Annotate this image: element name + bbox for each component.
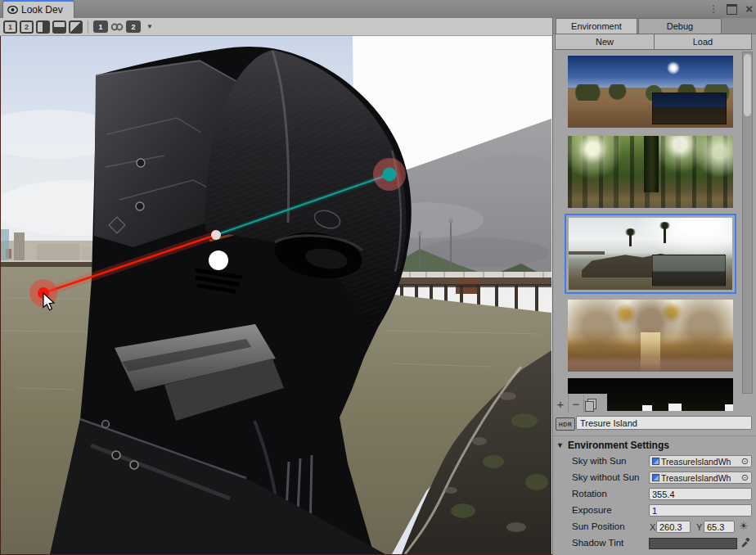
- side-by-side-view-icon[interactable]: [36, 20, 50, 34]
- y-axis-label: Y: [696, 522, 702, 532]
- exposure-input[interactable]: 1: [649, 504, 752, 517]
- duplicate-icon: [587, 399, 596, 409]
- camera-1-button[interactable]: 1: [93, 20, 108, 33]
- environment-library-toolbar: + −: [553, 394, 607, 413]
- thumbnail-scrollbar[interactable]: [742, 52, 753, 394]
- env-thumbnail-forest[interactable]: [568, 136, 733, 208]
- palm-tree: [629, 233, 632, 246]
- window-tab-lookdev[interactable]: Look Dev: [2, 0, 74, 18]
- render-scene: [1, 36, 551, 554]
- add-environment-button[interactable]: +: [553, 394, 568, 413]
- eye-icon: [7, 6, 18, 14]
- env-thumbnail-inset: [652, 255, 726, 287]
- remove-environment-button[interactable]: −: [569, 394, 583, 413]
- maximize-icon[interactable]: [727, 4, 737, 15]
- sky-without-sun-object-field[interactable]: TreasureIslandWh ⊙: [649, 472, 752, 484]
- load-environment-button[interactable]: Load: [654, 34, 752, 50]
- foldout-arrow-icon[interactable]: ▼: [556, 441, 564, 449]
- title-bar: Look Dev ⋮ ×: [0, 0, 756, 18]
- teal-handle[interactable]: [383, 168, 397, 182]
- object-picker-icon[interactable]: ⊙: [741, 456, 749, 467]
- rotation-input[interactable]: 355.4: [649, 488, 752, 500]
- sky-with-sun-object-field[interactable]: TreasureIslandWh ⊙: [649, 455, 752, 467]
- row-sun-position: Sun Position X 260.3 Y 65.3 ☀: [553, 519, 756, 535]
- row-sky-without-sun: Sky without Sun TreasureIslandWh ⊙: [553, 470, 756, 486]
- row-exposure: Exposure 1: [553, 503, 756, 519]
- row-sky-with-sun: Sky with Sun TreasureIslandWh ⊙: [553, 453, 756, 470]
- separator-center-handle[interactable]: [209, 250, 228, 270]
- env-thumbnail-church[interactable]: [568, 300, 733, 372]
- split-view-icon[interactable]: [52, 20, 66, 34]
- sun-position-picker-icon[interactable]: ☀: [739, 520, 749, 532]
- environment-panel: Environment Debug New Load + −: [552, 18, 756, 555]
- toolbar-separator: [88, 20, 88, 34]
- cubemap-icon: [652, 458, 659, 465]
- hdr-badge: HDR: [556, 417, 575, 431]
- x-axis-label: X: [650, 522, 655, 532]
- panel-tabstrip: Environment Debug: [553, 18, 756, 34]
- shadow-tint-color-swatch[interactable]: [649, 538, 737, 549]
- env-thumbnail-inset: [652, 92, 727, 124]
- single-view-2-button[interactable]: 2: [20, 20, 34, 34]
- lookdev-toolbar: 1 2 1 2 ▼: [0, 18, 552, 36]
- palm-tree: [664, 227, 666, 243]
- toolbar-dropdown-icon[interactable]: ▼: [146, 23, 153, 30]
- row-rotation: Rotation 355.4: [553, 486, 756, 503]
- sun-x-input[interactable]: 260.3: [656, 521, 691, 533]
- tab-debug[interactable]: Debug: [638, 18, 722, 34]
- env-thumbnail-sunny-field[interactable]: [568, 56, 733, 128]
- duplicate-environment-button[interactable]: [584, 394, 599, 413]
- eyedropper-icon[interactable]: [740, 536, 750, 548]
- scrollbar-thumb[interactable]: [744, 54, 751, 116]
- tab-environment[interactable]: Environment: [556, 18, 637, 34]
- object-picker-icon[interactable]: ⊙: [741, 472, 749, 483]
- camera-2-button[interactable]: 2: [126, 20, 141, 33]
- cubemap-icon: [652, 474, 659, 481]
- row-shadow-tint: Shadow Tint: [553, 535, 756, 552]
- env-thumbnail-treasure-island[interactable]: [569, 218, 732, 290]
- separator-junction-dot[interactable]: [211, 230, 221, 240]
- environment-settings-header[interactable]: ▼ Environment Settings: [556, 439, 669, 452]
- window-menu-icon[interactable]: ⋮: [709, 5, 718, 13]
- church-aisle: [641, 332, 660, 372]
- window-title: Look Dev: [21, 4, 63, 16]
- environment-name-input[interactable]: Tresure Island: [576, 416, 752, 430]
- lookdev-viewport[interactable]: [0, 36, 552, 555]
- sun-y-input[interactable]: 65.3: [704, 521, 735, 533]
- close-icon[interactable]: ×: [745, 3, 753, 15]
- tree-trunk: [644, 136, 659, 192]
- zone-view-icon[interactable]: [69, 20, 83, 34]
- single-view-1-button[interactable]: 1: [3, 20, 17, 34]
- divider: [553, 435, 756, 436]
- new-environment-button[interactable]: New: [555, 34, 655, 50]
- link-cameras-icon[interactable]: [110, 22, 124, 32]
